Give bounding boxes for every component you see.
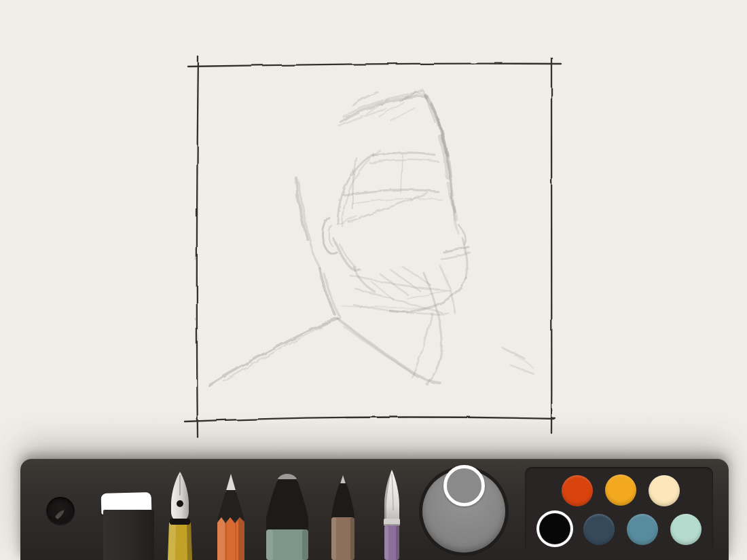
swatch-dark-slate-blue[interactable] xyxy=(583,514,615,545)
swatch-teal-blue[interactable] xyxy=(627,514,658,545)
fountain-pen-tool[interactable] xyxy=(164,470,196,560)
swatch-orange-red[interactable] xyxy=(562,475,593,506)
brush-tool[interactable] xyxy=(378,468,405,560)
tool-tray xyxy=(20,459,729,560)
marker-tool[interactable] xyxy=(263,473,312,560)
fineliner-tool[interactable] xyxy=(328,474,358,560)
pencil-icon xyxy=(52,505,69,523)
swatch-mint[interactable] xyxy=(670,514,702,545)
pencil-tool[interactable] xyxy=(215,472,247,560)
paper-app-screen xyxy=(0,0,747,560)
color-palette xyxy=(525,467,713,552)
color-mixer[interactable] xyxy=(419,466,509,556)
pencil-mode-button[interactable] xyxy=(46,497,75,525)
current-color-indicator xyxy=(443,465,485,506)
swatch-amber[interactable] xyxy=(605,474,636,506)
eraser-body xyxy=(103,510,154,560)
swatch-cream[interactable] xyxy=(649,475,680,506)
swatch-black-selected[interactable] xyxy=(539,513,570,544)
